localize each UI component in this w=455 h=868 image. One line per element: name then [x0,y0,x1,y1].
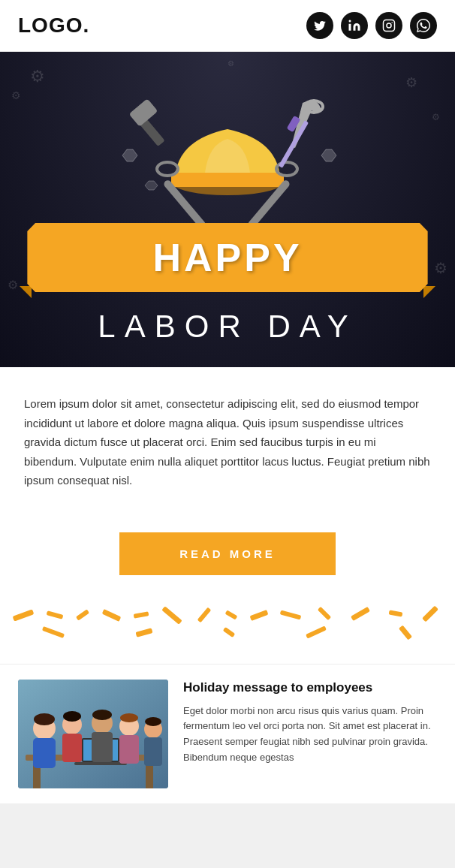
cta-wrapper: READ MORE [0,511,455,596]
confetti-piece [249,610,268,621]
svg-point-0 [349,20,351,23]
linkedin-icon[interactable] [341,12,368,39]
article-section: Holiday message to employees Eget dolor … [0,664,455,803]
svg-rect-26 [33,738,56,768]
confetti-piece [162,606,182,625]
svg-point-9 [157,162,178,176]
confetti-piece [224,610,237,619]
confetti-strip [0,596,455,664]
svg-marker-15 [321,149,336,161]
svg-rect-24 [74,762,127,765]
svg-rect-6 [129,98,158,126]
email-wrapper: LOGO. [0,0,455,803]
happy-label: HAPPY [152,236,302,279]
svg-rect-34 [144,737,162,766]
body-content: Lorem ipsum dolor sit amet, consectetur … [0,367,455,511]
gear-decoration-6: ⚙ [8,278,18,292]
confetti-piece [306,625,327,638]
confetti-piece [101,609,121,622]
tools-illustration [0,65,455,231]
svg-rect-1 [384,20,395,32]
svg-point-35 [34,713,55,725]
confetti-piece [351,606,370,620]
article-content: Holiday message to employees Eget dolor … [183,680,437,788]
whatsapp-icon[interactable] [410,12,437,39]
confetti-piece [280,610,302,619]
svg-point-2 [387,23,391,28]
svg-point-3 [391,22,393,23]
article-body: Eget dolor morbi non arcu risus quis var… [183,704,437,766]
social-icons-group [306,12,437,39]
svg-point-38 [120,713,138,722]
confetti-piece [76,609,89,620]
confetti-piece [223,626,236,637]
gear-decoration-7: ⚙ [434,259,447,277]
read-more-button[interactable]: READ MORE [119,532,336,575]
svg-marker-16 [145,181,158,190]
svg-marker-14 [122,149,137,161]
confetti-inner [0,608,455,638]
article-image [18,680,168,788]
body-paragraph: Lorem ipsum dolor sit amet, consectetur … [24,394,431,490]
confetti-piece [318,606,331,619]
confetti-piece [13,609,35,621]
confetti-piece [42,626,65,638]
hero-section: ⚙ ⚙ ⚙ ⚙ ⚙ ⚙ ⚙ [0,52,455,367]
confetti-piece [422,605,438,622]
svg-rect-32 [119,735,139,764]
header: LOGO. [0,0,455,52]
labor-day-label: LABOR DAY [98,309,357,345]
confetti-piece [135,628,152,637]
svg-point-39 [145,717,161,726]
instagram-icon[interactable] [375,12,402,39]
confetti-piece [197,607,212,622]
confetti-piece [133,611,149,618]
article-title: Holiday message to employees [183,680,437,696]
svg-rect-28 [62,734,82,762]
confetti-piece [388,610,402,616]
twitter-icon[interactable] [306,12,333,39]
svg-point-37 [92,710,112,720]
logo: LOGO. [18,14,89,38]
svg-rect-30 [92,732,113,762]
confetti-piece [399,625,412,640]
svg-point-36 [63,711,81,722]
confetti-piece [47,610,64,619]
